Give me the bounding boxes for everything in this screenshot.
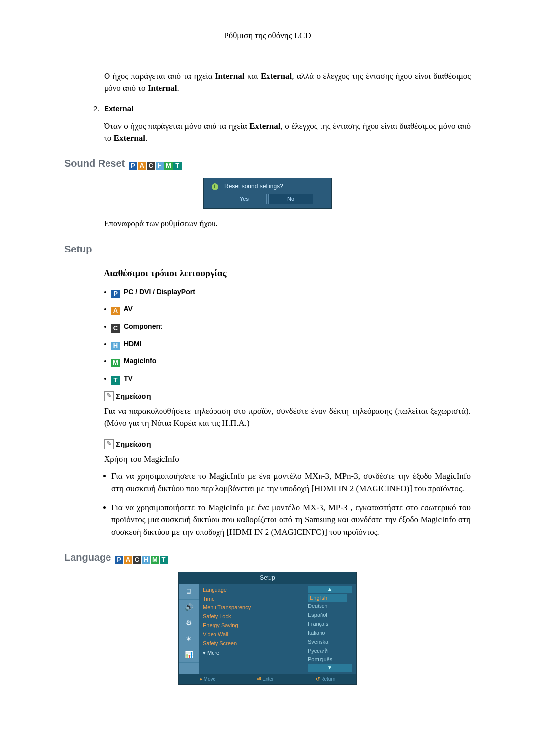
mode-badges: P A C H M T (129, 162, 182, 170)
osd-icon: 📊 (179, 647, 199, 663)
osd-menu-time: Time (203, 595, 305, 604)
mode-magicinfo: M MagicInfo (111, 356, 471, 367)
osd-lang-item: Русский (308, 647, 328, 655)
osd-menu-transparency: Menu Transparency: (203, 604, 305, 612)
mode-av: A AV (111, 304, 471, 315)
osd-menu-safetyscreen: Safety Screen (203, 639, 305, 648)
note1-text: Για να παρακολουθήσετε τηλεόραση στο προ… (104, 405, 471, 430)
mode-pc: P PC / DVI / DisplayPort (111, 287, 471, 298)
badge-c-icon: C (111, 324, 120, 333)
sound-reset-desc: Επαναφορά των ρυθμίσεων ήχου. (104, 218, 471, 230)
osd-icon: ✶ (179, 631, 199, 647)
note2-bullet-1: Για να χρησιμοποιήσετε το MagicInfo με έ… (111, 470, 471, 495)
reset-dialog-figure: i Reset sound settings? Yes No (203, 178, 332, 209)
badge-h-icon: H (142, 556, 150, 564)
badge-c-icon: C (133, 556, 141, 564)
badge-m-icon: M (164, 162, 173, 170)
mode-component: C Component (111, 321, 471, 333)
badge-h-icon: H (111, 342, 120, 350)
osd-menu-energy: Energy Saving: (203, 621, 305, 630)
osd-menu-safetylock: Safety Lock (203, 612, 305, 621)
mode-tv: T TV (111, 373, 471, 385)
setup-osd-figure: Setup 🖥 🔊 ⚙ ✶ 📊 Language: Time Menu Tran… (178, 572, 357, 685)
osd-lang-item: Español (308, 611, 327, 619)
sound-reset-heading: Sound Reset P A C H M T (64, 156, 471, 171)
osd-footer: ♦ Move ⏎ Enter ↺ Return (179, 674, 356, 685)
badge-m-icon: M (111, 359, 120, 367)
intro-paragraph: Ο ήχος παράγεται από τα ηχεία Internal κ… (104, 70, 471, 95)
badge-m-icon: M (151, 556, 159, 564)
badge-t-icon: T (160, 556, 168, 564)
note2-bullet-2: Για να χρησιμοποιήσετε το MagicInfo με έ… (111, 502, 471, 539)
badge-a-icon: A (111, 307, 120, 315)
mode-hdmi: H HDMI (111, 339, 471, 350)
note2-intro: Χρήση του MagicInfo (104, 454, 471, 466)
note-icon: ✎ (104, 391, 114, 401)
language-heading: Language P A C H M T (64, 551, 471, 565)
badge-c-icon: C (147, 162, 155, 170)
osd-menu-language: Language: (203, 586, 305, 595)
note-heading-2: ✎ Σημείωση (104, 439, 471, 450)
osd-icon: ⚙ (179, 615, 199, 631)
osd-lang-item: Português (308, 656, 332, 664)
modes-list: P PC / DVI / DisplayPort A AV C Componen… (111, 287, 471, 385)
mode-badges: P A C H M T (115, 556, 168, 564)
osd-lang-item: Français (308, 620, 328, 628)
modes-subheading: Διαθέσιμοι τρόποι λειτουργίας (104, 266, 471, 280)
info-icon: i (212, 183, 218, 190)
osd-icon: 🔊 (179, 600, 199, 615)
osd-title: Setup (179, 572, 356, 584)
divider (64, 705, 471, 705)
badge-p-icon: P (115, 556, 123, 564)
badge-t-icon: T (173, 162, 182, 170)
list-item-external: 2.External (93, 103, 471, 114)
osd-icon: 🖥 (179, 584, 199, 600)
divider (64, 56, 471, 56)
dialog-question: Reset sound settings? (224, 182, 283, 191)
badge-h-icon: H (156, 162, 164, 170)
badge-a-icon: A (124, 556, 132, 564)
dialog-no-button: No (268, 194, 313, 204)
dialog-yes-button: Yes (222, 194, 267, 204)
badge-t-icon: T (111, 376, 120, 385)
external-paragraph: Όταν ο ήχος παράγεται μόνο από τα ηχεία … (104, 120, 471, 145)
osd-lang-item: Svenska (308, 638, 328, 646)
osd-side-icons: 🖥 🔊 ⚙ ✶ 📊 (179, 584, 199, 674)
osd-menu-videowall: Video Wall (203, 630, 305, 639)
osd-lang-item: Deutsch (308, 603, 327, 610)
osd-scroll-down-icon: ▼ (308, 664, 352, 672)
note-icon: ✎ (104, 439, 114, 449)
osd-scroll-up-icon: ▲ (308, 586, 352, 593)
badge-p-icon: P (111, 290, 120, 298)
osd-more: ▾ More (203, 648, 305, 658)
badge-a-icon: A (138, 162, 146, 170)
setup-heading: Setup (64, 242, 471, 256)
badge-p-icon: P (129, 162, 137, 170)
page-header: Ρύθμιση της οθόνης LCD (64, 30, 471, 42)
note2-list: Για να χρησιμοποιήσετε το MagicInfo με έ… (111, 470, 471, 538)
note-heading-1: ✎ Σημείωση (104, 391, 471, 402)
osd-lang-item: Italiano (308, 629, 325, 637)
osd-lang-english: English (308, 594, 347, 602)
